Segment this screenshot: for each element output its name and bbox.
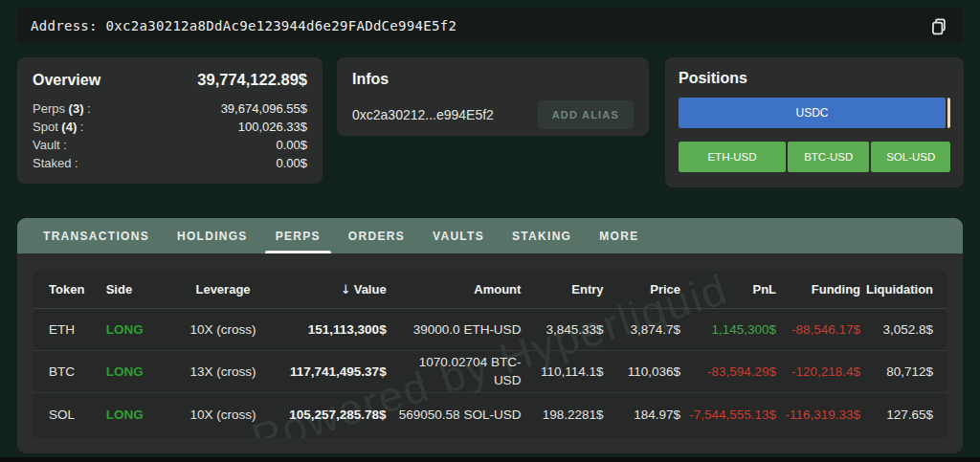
funding-value: -116,319.33$ xyxy=(776,407,860,422)
spot-positions-bar: USDC xyxy=(679,98,950,128)
liquidation-price: 80,712$ xyxy=(860,364,933,379)
position-amount: 39000.0 ETH-USD xyxy=(387,322,522,337)
sort-desc-icon: ↓ xyxy=(341,282,351,297)
token-name: ETH xyxy=(47,322,99,337)
position-value: 117,741,495.37$ xyxy=(271,364,386,379)
tab-bar: TRANSACTIONS HOLDINGS PERPS ORDERS VAULT… xyxy=(17,218,963,253)
leverage-value: 10X (cross) xyxy=(169,407,271,422)
position-value: 105,257,285.78$ xyxy=(271,407,386,422)
position-other-sliver[interactable] xyxy=(947,98,950,128)
col-value[interactable]: ↓Value xyxy=(271,282,386,297)
col-liquidation: Liquidation xyxy=(860,282,933,297)
table-header-row: Token Side Leverage ↓Value Amount Entry … xyxy=(33,271,947,309)
entry-price: 198.2281$ xyxy=(521,407,603,422)
positions-title: Positions xyxy=(679,70,747,86)
mark-price: 184.97$ xyxy=(604,407,681,422)
entry-price: 3,845.33$ xyxy=(521,322,603,337)
copy-address-button[interactable] xyxy=(926,14,949,37)
overview-card: Overview 39,774,122.89$ Perps (3) : 39,6… xyxy=(17,57,323,184)
add-alias-button[interactable]: ADD ALIAS xyxy=(538,100,634,129)
overview-row-perps: Perps (3) : 39,674,096.55$ xyxy=(33,99,307,118)
table-row-eth[interactable]: ETH LONG 10X (cross) 151,113,300$ 39000.… xyxy=(33,309,947,351)
position-sol-usd[interactable]: SOL-USD xyxy=(871,142,950,172)
table-row-btc[interactable]: BTC LONG 13X (cross) 117,741,495.37$ 107… xyxy=(33,351,947,393)
liquidation-price: 3,052.8$ xyxy=(860,322,933,337)
funding-value: -120,218.4$ xyxy=(776,364,860,379)
staked-value: 0.00$ xyxy=(276,154,307,172)
leverage-value: 10X (cross) xyxy=(169,322,271,337)
pnl-value: 1,145,300$ xyxy=(680,322,776,337)
leverage-value: 13X (cross) xyxy=(169,364,271,379)
overview-row-vault: Vault : 0.00$ xyxy=(33,136,307,154)
wallet-address: Address: 0xc2a30212a8DdAc9e123944d6e29FA… xyxy=(31,18,457,33)
vault-value: 0.00$ xyxy=(276,136,307,154)
position-eth-usd[interactable]: ETH-USD xyxy=(679,142,786,172)
overview-row-spot: Spot (4) : 100,026.33$ xyxy=(33,118,307,136)
position-amount: 569050.58 SOL-USD xyxy=(387,407,522,422)
token-name: BTC xyxy=(47,364,99,379)
tab-transactions[interactable]: TRANSACTIONS xyxy=(33,218,160,253)
col-entry: Entry xyxy=(521,282,603,297)
infos-title: Infos xyxy=(352,71,389,87)
perp-positions-bar: ETH-USD BTC-USD SOL-USD xyxy=(679,142,950,172)
overview-title: Overview xyxy=(33,72,100,89)
infos-card: Infos 0xc2a30212...e994E5f2 ADD ALIAS xyxy=(337,57,649,136)
positions-card: Positions USDC ETH-USD BTC-USD SOL-USD xyxy=(665,57,964,187)
col-pnl: PnL xyxy=(680,282,776,297)
tab-vaults[interactable]: VAULTS xyxy=(422,218,495,253)
col-leverage: Leverage xyxy=(169,282,271,297)
mark-price: 3,874.7$ xyxy=(604,322,681,337)
side-badge: LONG xyxy=(99,407,169,422)
tab-staking[interactable]: STAKING xyxy=(501,218,582,253)
side-badge: LONG xyxy=(99,364,169,379)
spot-value: 100,026.33$ xyxy=(238,118,307,136)
token-name: SOL xyxy=(47,407,99,422)
col-amount: Amount xyxy=(387,282,522,297)
tab-more[interactable]: MORE xyxy=(589,218,649,253)
short-address: 0xc2a30212...e994E5f2 xyxy=(352,107,494,122)
tab-orders[interactable]: ORDERS xyxy=(338,218,415,253)
tab-perps[interactable]: PERPS xyxy=(265,218,331,253)
side-badge: LONG xyxy=(99,322,169,337)
perps-table: Powered by Hyperliquid Token Side Levera… xyxy=(33,271,947,438)
col-price: Price xyxy=(604,282,681,297)
pnl-value: -83,594.29$ xyxy=(680,364,776,379)
col-funding: Funding xyxy=(776,282,860,297)
position-value: 151,113,300$ xyxy=(271,322,386,337)
table-row-sol[interactable]: SOL LONG 10X (cross) 105,257,285.78$ 569… xyxy=(33,393,947,435)
position-amount: 1070.02704 BTC-USD xyxy=(387,354,522,388)
mark-price: 110,036$ xyxy=(604,364,681,379)
col-side: Side xyxy=(99,282,169,297)
pnl-value: -7,544,555.13$ xyxy=(680,407,776,422)
copy-icon xyxy=(929,17,947,35)
position-usdc[interactable]: USDC xyxy=(679,98,946,128)
position-btc-usd[interactable]: BTC-USD xyxy=(788,142,869,172)
perps-value: 39,674,096.55$ xyxy=(221,99,307,118)
tab-holdings[interactable]: HOLDINGS xyxy=(167,218,258,253)
main-panel: TRANSACTIONS HOLDINGS PERPS ORDERS VAULT… xyxy=(17,218,963,453)
bottom-strip xyxy=(0,457,980,462)
overview-row-staked: Staked : 0.00$ xyxy=(33,154,307,172)
col-token: Token xyxy=(47,282,99,297)
liquidation-price: 127.65$ xyxy=(860,407,933,422)
entry-price: 110,114.1$ xyxy=(521,364,603,379)
portfolio-total-value: 39,774,122.89$ xyxy=(197,71,307,89)
funding-value: -88,546.17$ xyxy=(776,322,860,337)
address-bar: Address: 0xc2a30212a8DdAc9e123944d6e29FA… xyxy=(17,8,963,44)
